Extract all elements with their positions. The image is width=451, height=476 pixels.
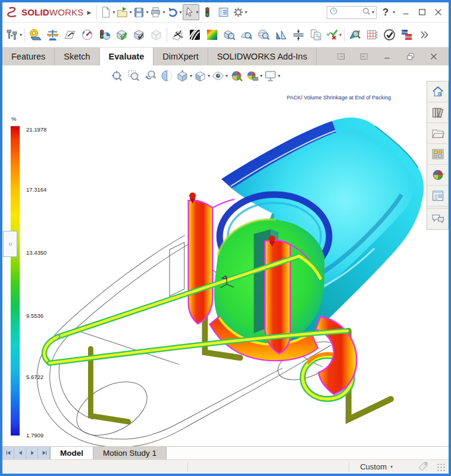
appearances-scenes-button[interactable]	[427, 165, 448, 186]
performance-evaluation-button[interactable]	[79, 26, 96, 45]
assembly-visualization-button[interactable]	[96, 26, 113, 45]
featuremanager-toggle-button[interactable]	[215, 4, 231, 20]
solidworks-forum-button[interactable]	[427, 208, 448, 229]
dropdown-caret-icon[interactable]: ▾	[226, 73, 228, 79]
bottom-tab-model[interactable]: Model	[51, 447, 93, 459]
options-button[interactable]: ▾	[231, 4, 248, 20]
collapse-pane-right-button[interactable]	[356, 49, 372, 65]
undercut-analysis-button[interactable]	[238, 26, 255, 45]
zoom-to-area-button[interactable]	[125, 67, 142, 84]
dropdown-caret-icon[interactable]: ▾	[20, 32, 22, 37]
measure-button[interactable]	[27, 26, 44, 45]
zoom-fit-icon	[110, 69, 124, 83]
collapse-pane-left-button[interactable]	[333, 49, 349, 65]
featuremanager-collapsed-handle[interactable]	[3, 231, 17, 257]
tab-solidworks-add-ins[interactable]: SOLIDWORKS Add-Ins	[208, 48, 317, 65]
solidworks-resources-button[interactable]	[427, 82, 448, 102]
dropdown-caret-icon[interactable]: ▾	[196, 10, 199, 15]
unit-system-selector[interactable]: Custom ▾	[355, 462, 397, 471]
dropdown-caret-icon[interactable]: ▾	[146, 10, 148, 15]
simulation-advisor-button[interactable]	[199, 4, 215, 20]
model-3d-scene[interactable]	[2, 65, 449, 446]
search-magnifier-icon[interactable]	[362, 7, 371, 18]
plastics-results-button[interactable]	[346, 26, 364, 45]
task-pane	[427, 81, 449, 230]
section-view-button[interactable]	[158, 67, 175, 84]
save-button[interactable]: ▾	[132, 4, 149, 20]
previous-view-button[interactable]	[142, 67, 158, 84]
check-document-button[interactable]	[130, 26, 148, 45]
draft-analysis-button[interactable]	[221, 26, 238, 45]
scroll-tabs-first-button[interactable]	[2, 447, 14, 459]
compare-documents-button[interactable]: ?	[307, 26, 324, 45]
check-active-document-button[interactable]	[113, 26, 130, 45]
dropdown-caret-icon[interactable]: ▾	[339, 32, 342, 37]
zebra-stripes-button[interactable]	[186, 26, 203, 45]
curvature-button[interactable]	[169, 26, 186, 45]
undo-button[interactable]: ▾	[166, 4, 183, 20]
select-button[interactable]: ▾	[183, 4, 199, 20]
tab-dimxpert[interactable]: DimXpert	[154, 48, 208, 65]
resize-grip[interactable]	[437, 464, 446, 472]
new-document-button[interactable]: ▾	[99, 4, 115, 20]
dropdown-caret-icon[interactable]: ▾	[162, 10, 165, 15]
dropdown-caret-icon[interactable]: ▾	[260, 73, 262, 79]
zoom-to-fit-button[interactable]	[108, 67, 125, 84]
dropdown-caret-icon[interactable]: ▾	[278, 73, 280, 79]
scroll-tabs-last-button[interactable]	[38, 447, 50, 459]
close-document-button[interactable]	[425, 49, 441, 65]
restore-document-button[interactable]	[402, 49, 418, 65]
scroll-tabs-prev-button[interactable]	[14, 447, 26, 459]
help-button[interactable]: ?▾	[379, 4, 396, 20]
view-palette-button[interactable]	[427, 144, 448, 165]
custom-properties-button[interactable]	[427, 186, 448, 206]
tab-features[interactable]: Features	[2, 48, 55, 65]
toolbar-overflow-button[interactable]	[415, 26, 433, 45]
minimize-window-button[interactable]	[398, 4, 414, 20]
draft-wedge-button[interactable]	[273, 26, 290, 45]
design-insight-button[interactable]: ▾	[5, 26, 23, 45]
dropdown-caret-icon[interactable]: ▾	[393, 10, 395, 15]
dropdown-caret-icon[interactable]: ▾	[245, 10, 248, 15]
apply-scene-button[interactable]: ▾	[245, 67, 263, 84]
minimize-document-button[interactable]	[379, 49, 395, 65]
view-orientation-button[interactable]: ▾	[175, 67, 193, 84]
mass-properties-button[interactable]	[44, 26, 61, 45]
thickness-analysis-button[interactable]	[290, 26, 307, 45]
inspection-button[interactable]	[381, 26, 398, 45]
parting-line-analysis-button[interactable]	[255, 26, 273, 45]
graphics-viewport[interactable]: ▾▾▾▾▾ PACK/ Volume Shrinkage at End of P…	[2, 65, 449, 446]
design-checker-button[interactable]: ▾	[324, 26, 342, 45]
scroll-tabs-next-button[interactable]	[26, 447, 38, 459]
view-settings-button[interactable]: ▾	[263, 67, 281, 84]
dropdown-caret-icon[interactable]: ▾	[129, 10, 131, 15]
plastics-boundary-button[interactable]	[364, 26, 381, 45]
edit-appearance-button[interactable]	[228, 67, 245, 84]
design-library-button[interactable]	[427, 102, 448, 123]
close-window-button[interactable]	[430, 4, 446, 20]
color-swatch-button[interactable]	[203, 26, 221, 45]
dropdown-caret-icon[interactable]: ▾	[112, 10, 115, 15]
dropdown-caret-icon[interactable]: ▾	[190, 73, 192, 79]
search-commands-input[interactable]: ? ▾	[327, 6, 377, 19]
display-style-button[interactable]: ▾	[193, 67, 211, 84]
driveworksxpress-button[interactable]: DriveWorks	[398, 26, 415, 45]
open-document-button[interactable]: ▾	[115, 4, 132, 20]
file-explorer-button[interactable]	[427, 123, 448, 144]
dropdown-caret-icon[interactable]: ▾	[208, 73, 210, 79]
tab-bar-filler	[167, 447, 449, 459]
toolbar-separator	[344, 28, 344, 42]
tab-evaluate[interactable]: Evaluate	[100, 48, 154, 65]
svg-text:?: ?	[383, 7, 389, 17]
maximize-window-button[interactable]	[414, 4, 430, 20]
tab-sketch[interactable]: Sketch	[55, 48, 99, 65]
hide-show-items-button[interactable]: ▾	[211, 67, 228, 84]
import-diagnostics-button[interactable]	[148, 26, 165, 45]
dropdown-caret-icon[interactable]: ▾	[180, 10, 182, 15]
bottom-tab-motion-study-1[interactable]: Motion Study 1	[93, 447, 167, 459]
print-button[interactable]: ▾	[149, 4, 165, 20]
search-caret-icon[interactable]: ▾	[372, 10, 374, 15]
tag-button[interactable]	[418, 461, 429, 472]
section-properties-button[interactable]	[61, 26, 79, 45]
logo-flyout-arrow-icon[interactable]: ▶	[87, 10, 92, 15]
